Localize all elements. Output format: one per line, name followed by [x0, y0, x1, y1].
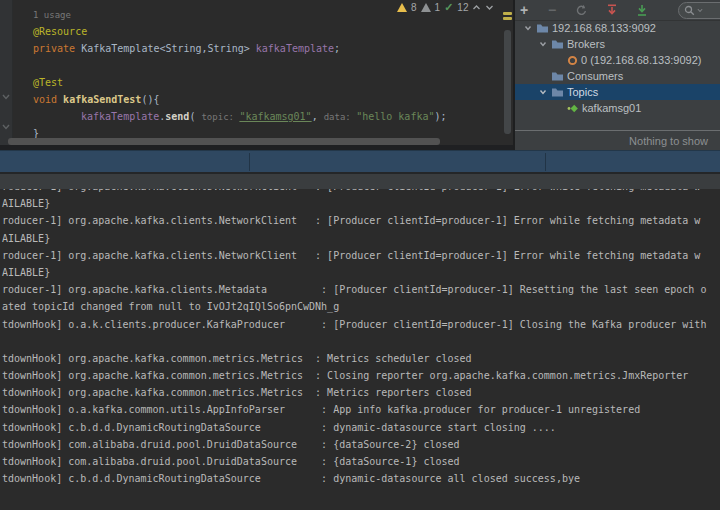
console-log-line: roducer-1] org.apache.kafka.clients.Netw…: [2, 212, 720, 229]
topic-string-literal[interactable]: "kafkamsg01": [239, 111, 311, 122]
weak-warning-icon: [421, 3, 431, 12]
console-log-line: AILABLE}: [2, 230, 720, 247]
brokers-label: Brokers: [567, 38, 605, 50]
next-problem-icon[interactable]: [485, 4, 494, 11]
tree-item-connection[interactable]: 192.168.68.133:9092: [515, 20, 720, 36]
console-log-line: roducer-1] org.apache.kafka.clients.Netw…: [2, 247, 720, 264]
console-log-line: tdownHook] org.apache.kafka.common.metri…: [2, 367, 720, 384]
console-log-line: tdownHook] com.alibaba.druid.pool.DruidD…: [2, 453, 720, 470]
editor-gutter: [0, 0, 13, 146]
warning-stripe-mark[interactable]: [503, 17, 512, 20]
tree-item-broker-0[interactable]: 0 (192.168.68.133:9092): [515, 52, 720, 68]
prev-problem-icon[interactable]: [472, 4, 481, 11]
console-log-line: roducer-1] org.apache.kafka.clients.Meta…: [2, 281, 720, 298]
console-log-line: tdownHook] org.apache.kafka.common.metri…: [2, 350, 720, 367]
refresh-icon: [575, 4, 588, 17]
tree-item-consumers[interactable]: Consumers: [515, 68, 720, 84]
topic-label: kafkamsg01: [582, 102, 641, 114]
weak-warning-count: 1: [435, 2, 441, 13]
console-log-line: roducer-1] org.apache.kafka.clients.Netw…: [2, 189, 720, 195]
remove-connection-button[interactable]: −: [543, 2, 561, 18]
param-hint-data: data:: [324, 112, 357, 122]
console-log-line: AILABLE}: [2, 264, 720, 281]
empty-details-message: Nothing to show: [629, 135, 708, 147]
punctuation: ;: [334, 43, 340, 54]
field-kafkatemplate: kafkaTemplate: [256, 43, 334, 54]
code-line: @Test: [33, 74, 447, 91]
add-connection-button[interactable]: +: [515, 2, 533, 18]
console-log: roducer-1] org.apache.kafka.clients.Netw…: [0, 189, 720, 487]
panel-divider: [515, 130, 720, 131]
consumers-label: Consumers: [567, 70, 623, 82]
console-log-line: AILABLE}: [2, 195, 720, 212]
topics-label: Topics: [567, 86, 598, 98]
fold-marker-icon[interactable]: [1, 122, 11, 132]
kafka-toolbar: + −: [515, 0, 720, 21]
horizontal-scrollbar[interactable]: [8, 138, 440, 145]
console-log-line: ated topicId changed from null to IvOJt2…: [2, 298, 720, 315]
code-line-blank: [33, 57, 447, 74]
band-divider: [249, 153, 250, 171]
method-name: kafkaSendTest: [63, 94, 141, 105]
punctuation: );: [434, 111, 446, 122]
punctuation: (: [189, 111, 201, 122]
console-log-line: [2, 333, 720, 350]
code-line: 1 usage: [33, 6, 447, 23]
kafka-toolwindow: + − 192.168.68.133:9092 Brokers: [513, 0, 720, 150]
green-download-icon: [636, 4, 648, 17]
console-log-line: tdownHook] o.a.k.clients.producer.KafkaP…: [2, 316, 720, 333]
passed-count: 12: [457, 2, 468, 13]
chevron-down-icon: [538, 39, 548, 49]
minus-icon: −: [548, 3, 556, 17]
type-kafkatemplate: KafkaTemplate<String,String>: [81, 43, 256, 54]
broker-label: 0 (192.168.68.133:9092): [581, 54, 702, 66]
folder-icon: [551, 39, 564, 50]
code-area: 1 usage @Resource private KafkaTemplate<…: [33, 6, 447, 142]
plus-icon: +: [520, 3, 528, 17]
run-console[interactable]: roducer-1] org.apache.kafka.clients.Netw…: [0, 189, 720, 510]
refresh-button[interactable]: [572, 2, 590, 18]
chevron-down-icon: [523, 23, 533, 33]
usage-inlay-hint[interactable]: 1 usage: [33, 10, 71, 20]
punctuation: ,: [312, 111, 324, 122]
console-log-line: tdownHook] c.b.d.d.DynamicRoutingDataSou…: [2, 419, 720, 436]
broker-icon: [567, 55, 578, 66]
console-log-line: tdownHook] o.a.kafka.common.utils.AppInf…: [2, 401, 720, 418]
tree-item-brokers[interactable]: Brokers: [515, 36, 720, 52]
code-editor[interactable]: 1 usage @Resource private KafkaTemplate<…: [0, 0, 513, 150]
code-line: @Resource: [33, 23, 447, 40]
test-annotation: @Test: [33, 77, 63, 88]
inspection-widget[interactable]: 8 1 ✓ 12: [397, 1, 494, 14]
folder-icon: [551, 71, 564, 82]
chevron-placeholder: [538, 71, 548, 81]
red-download-icon: [606, 4, 618, 17]
ok-check-icon: ✓: [444, 2, 453, 13]
code-line: private KafkaTemplate<String,String> kaf…: [33, 40, 447, 57]
console-log-line: tdownHook] com.alibaba.druid.pool.DruidD…: [2, 436, 720, 453]
vertical-scrollbar[interactable]: [504, 30, 511, 134]
keyword-private: private: [33, 43, 81, 54]
console-log-line: tdownHook] org.apache.kafka.common.metri…: [2, 384, 720, 401]
method-call-send: send: [165, 111, 189, 122]
import-data-button[interactable]: [603, 2, 621, 18]
warning-stripe-mark[interactable]: [503, 12, 512, 15]
console-toolbar-band: [0, 174, 720, 189]
tree-item-topics[interactable]: Topics: [515, 84, 720, 100]
export-data-button[interactable]: [633, 2, 651, 18]
chevron-down-icon: [538, 87, 548, 97]
field-reference: kafkaTemplate: [81, 111, 159, 122]
band-divider: [545, 153, 546, 171]
folder-icon: [536, 23, 549, 34]
warning-count: 8: [411, 2, 417, 13]
toolwindow-header-band[interactable]: [0, 150, 720, 172]
punctuation: (){: [141, 94, 159, 105]
connection-label: 192.168.68.133:9092: [552, 22, 656, 34]
code-line: kafkaTemplate.send( topic: "kafkamsg01",…: [33, 108, 447, 125]
topic-icon: [567, 103, 579, 114]
kafka-search-input[interactable]: [678, 2, 720, 19]
tree-item-topic-kafkamsg01[interactable]: kafkamsg01: [515, 100, 720, 116]
folder-icon: [551, 87, 564, 98]
fold-marker-icon[interactable]: [1, 92, 11, 102]
search-icon: [684, 5, 695, 16]
resource-annotation: @Resource: [33, 26, 87, 37]
